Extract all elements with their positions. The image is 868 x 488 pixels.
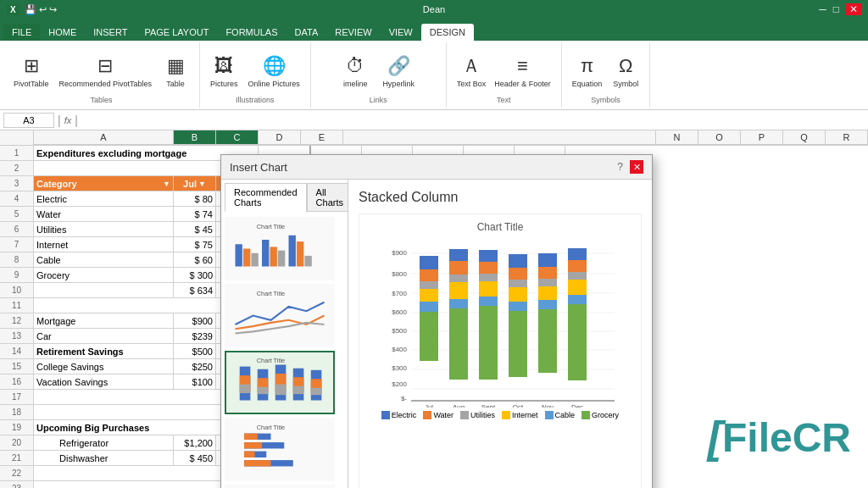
cell-b14[interactable]: $500 xyxy=(174,344,216,359)
cell-b12[interactable]: $900 xyxy=(174,313,216,329)
cell-a9[interactable]: Grocery xyxy=(34,268,174,283)
cell-a10[interactable] xyxy=(34,283,174,298)
dialog-body: Recommended Charts All Charts Chart Titl… xyxy=(221,180,652,488)
svg-rect-1 xyxy=(236,244,242,266)
tab-home[interactable]: HOME xyxy=(40,24,85,41)
cell-b9[interactable]: $ 300 xyxy=(174,268,216,283)
svg-text:Chart Title: Chart Title xyxy=(257,357,285,364)
svg-text:$300: $300 xyxy=(392,364,407,372)
col-header-p[interactable]: P xyxy=(741,130,783,145)
cell-a6[interactable]: Utilities xyxy=(34,222,174,237)
all-charts-tab[interactable]: All Charts xyxy=(307,183,348,212)
cell-b5[interactable]: $ 74 xyxy=(174,207,216,222)
text-box-btn[interactable]: Ａ Text Box xyxy=(453,51,490,90)
row-num-5: 5 xyxy=(0,207,34,222)
equation-btn[interactable]: π Equation xyxy=(569,51,606,90)
svg-text:Chart Title: Chart Title xyxy=(257,223,285,230)
ribbon: ⊞ PivotTable ⊟ Recommended PivotTables ▦… xyxy=(0,41,868,110)
thumb-svg-1: Chart Title xyxy=(226,219,333,279)
cell-a16[interactable]: Vacation Savings xyxy=(34,374,174,390)
cell-a14[interactable]: Retirement Savings xyxy=(34,344,174,359)
maximize-btn[interactable]: □ xyxy=(833,3,839,15)
tab-review[interactable]: REVIEW xyxy=(326,24,380,41)
cell-a4[interactable]: Electric xyxy=(34,191,174,207)
col-header-d[interactable]: D xyxy=(259,130,301,145)
svg-rect-23 xyxy=(293,386,304,394)
col-header-a[interactable]: A xyxy=(34,130,174,145)
svg-text:$500: $500 xyxy=(392,327,407,335)
svg-rect-70 xyxy=(420,281,438,289)
minimize-btn[interactable]: ─ xyxy=(819,3,826,15)
cell-a13[interactable]: Car xyxy=(34,329,174,344)
tab-insert[interactable]: INSERT xyxy=(85,24,136,41)
cell-a15[interactable]: College Savings xyxy=(34,359,174,374)
table-btn[interactable]: ▦ Table xyxy=(159,51,192,90)
tab-formulas[interactable]: FORMULAS xyxy=(217,24,286,41)
dialog-help[interactable]: ? xyxy=(617,161,623,173)
chart-thumbnails-scroll[interactable]: Chart Title xyxy=(225,217,344,488)
cell-b3[interactable]: Jul ▼ xyxy=(174,176,216,191)
chart-list: Recommended Charts All Charts Chart Titl… xyxy=(221,180,348,488)
chart-legend: Electric Water Utilities Internet Cable xyxy=(381,411,619,419)
recommended-charts-tab[interactable]: Recommended Charts xyxy=(225,183,307,212)
cell-a20[interactable]: Refrigerator xyxy=(34,435,174,451)
pivot-table-btn[interactable]: ⊞ PivotTable xyxy=(10,51,53,90)
cell-a3[interactable]: Category ▼ xyxy=(34,176,174,191)
col-header-r[interactable]: R xyxy=(826,130,868,145)
pictures-label: Pictures xyxy=(210,80,238,88)
dialog-close-btn[interactable]: ✕ xyxy=(630,160,643,174)
col-header-b[interactable]: B xyxy=(174,130,216,145)
recommended-pivot-btn[interactable]: ⊟ Recommended PivotTables xyxy=(56,51,156,90)
dropdown-arrow[interactable]: ▼ xyxy=(163,180,170,188)
online-pictures-btn[interactable]: 🌐 Online Pictures xyxy=(245,51,303,90)
timeline-btn[interactable]: ⏱ imeline xyxy=(338,51,372,90)
legend-internet-color xyxy=(502,411,510,419)
legend-water-color xyxy=(423,411,431,419)
chart-thumbnail-3[interactable]: Chart Title xyxy=(225,351,335,414)
col-header-q[interactable]: Q xyxy=(783,130,826,145)
tab-page-layout[interactable]: PAGE LAYOUT xyxy=(136,24,217,41)
col-header-o[interactable]: O xyxy=(698,130,741,145)
tab-design[interactable]: DESIGN xyxy=(421,24,474,41)
cell-b13[interactable]: $239 xyxy=(174,329,216,344)
symbol-btn[interactable]: Ω Symbol xyxy=(609,51,643,90)
header-footer-btn[interactable]: ≡ Header & Footer xyxy=(491,51,554,90)
cell-b8[interactable]: $ 60 xyxy=(174,252,216,268)
chart-thumbnail-1[interactable]: Chart Title xyxy=(225,217,335,280)
formula-input[interactable]: Category xyxy=(81,115,865,125)
chart-thumbnail-2[interactable]: Chart Title xyxy=(225,284,335,347)
text-box-icon: Ａ xyxy=(458,53,485,80)
title-bar: X 💾 ↩ ↪ Dean ─ □ ✕ xyxy=(0,0,868,19)
close-btn[interactable]: ✕ xyxy=(846,3,861,15)
cell-b20[interactable]: $1,200 xyxy=(174,435,216,451)
name-box[interactable] xyxy=(3,113,54,128)
cell-b7[interactable]: $ 75 xyxy=(174,237,216,252)
cell-a5[interactable]: Water xyxy=(34,207,174,222)
col-header-n[interactable]: N xyxy=(656,130,698,145)
tab-view[interactable]: VIEW xyxy=(381,24,421,41)
chart-thumbnail-4[interactable]: Chart Title xyxy=(225,418,335,481)
tab-file[interactable]: FILE xyxy=(3,24,40,41)
cell-b15[interactable]: $250 xyxy=(174,359,216,374)
cell-b4[interactable]: $ 80 xyxy=(174,191,216,207)
cell-b6[interactable]: $ 45 xyxy=(174,222,216,237)
chart-thumbnail-5[interactable]: Chart Title xyxy=(225,485,335,488)
window-controls[interactable]: ─ □ ✕ xyxy=(819,3,861,15)
tab-data[interactable]: DATA xyxy=(287,24,327,41)
col-header-c[interactable]: C xyxy=(216,130,259,145)
jul-dropdown[interactable]: ▼ xyxy=(198,180,206,188)
cell-a21[interactable]: Dishwasher xyxy=(34,451,174,466)
cell-a7[interactable]: Internet xyxy=(34,237,174,252)
cell-b16[interactable]: $100 xyxy=(174,374,216,390)
cell-b10[interactable]: $ 634 xyxy=(174,283,216,298)
links-group-title: Links xyxy=(370,94,387,104)
cell-a8[interactable]: Cable xyxy=(34,252,174,268)
svg-rect-88 xyxy=(509,280,527,287)
cell-a12[interactable]: Mortgage xyxy=(34,313,174,329)
pictures-btn[interactable]: 🖼 Pictures xyxy=(207,51,242,90)
col-header-e[interactable]: E xyxy=(301,130,343,145)
hyperlink-btn[interactable]: 🔗 Hyperlink xyxy=(379,51,418,90)
cell-b21[interactable]: $ 450 xyxy=(174,451,216,466)
svg-rect-67 xyxy=(420,312,438,361)
chart-list-tabs: Recommended Charts All Charts xyxy=(225,183,344,212)
